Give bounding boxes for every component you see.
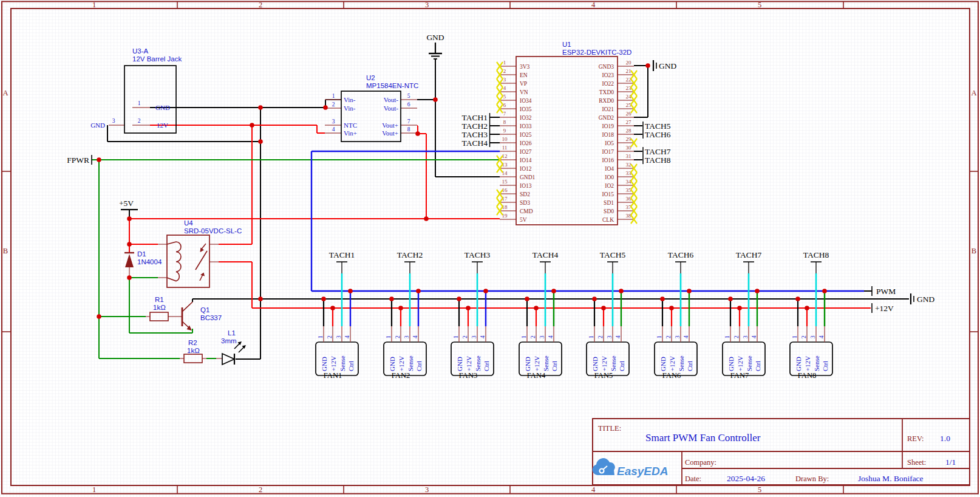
junction-dot [97,314,101,319]
gnd-label-bus[interactable]: GND [917,295,934,304]
u1-value: ESP32-DEVKITC-32D [562,49,631,56]
drawn-by-value: Joshua M. Boniface [858,474,924,483]
gnd-label-mcu[interactable]: GND [659,61,676,70]
junction-dot [321,296,326,301]
fan-pin-name: GND [456,357,463,371]
zone-col-label: 3 [425,485,429,494]
junction-dot [534,306,539,310]
fan-pin-number: 1 [386,335,392,338]
r1-ref: R1 [155,296,164,303]
sheet-value: 1/1 [945,458,956,467]
fan-tach-label: TACH5 [600,250,626,259]
fan-pin-number: 3 [336,335,342,338]
u1-pin-name: VP [520,81,527,87]
u1-pin-number: 22 [626,77,631,83]
fan-pin-name: Ctrl [347,361,355,371]
junction-dot [424,216,429,221]
u1-pin-name: GND1 [520,174,536,180]
fan-pin-number: 4 [412,335,418,338]
u1-pin-name: CMD [520,208,533,214]
fan-pin-name: GND [795,357,802,371]
l1-ref: L1 [228,329,236,337]
u1-pin-number: 2 [503,68,506,74]
fan-pin-name: +12V [804,356,811,371]
junction-dot [737,306,742,310]
fan-pin-name: GND [727,357,735,371]
u1-pin-name: IO22 [602,81,614,87]
u2-pin-name: Vout+ [382,129,398,137]
u3-pin-number: 1 [138,100,141,106]
fan-pin-name: GND [389,357,396,371]
u2-pin-number: 3 [332,118,335,125]
u1-pin-name: IO0 [605,174,614,180]
fan-pin-number: 4 [751,335,757,338]
u2-pin-name: Vin- [344,96,356,103]
u1-pin-name: IO23 [602,72,614,78]
r2-ref: R2 [188,339,197,346]
u3-pin-name: GND [155,104,170,111]
fan-pin-number: 2 [462,335,468,338]
fan-pin-number: 4 [480,335,486,338]
title-block: TITLE: Smart PWM Fan Controller REV: 1.0… [593,419,970,485]
fan-pin-name: Sense [542,355,550,371]
net-label-pwm[interactable]: PWM [876,287,896,296]
u3-pin-number: 2 [138,118,141,124]
fan-pin-number: 3 [404,335,410,338]
fan-pin-name: GND [659,357,667,371]
fan-pin-number: 2 [395,335,401,338]
u2-pin-name: NTC [344,122,357,129]
title-label: TITLE: [598,424,621,433]
junction-dot [389,296,394,301]
u1-ref: U1 [562,41,571,48]
power-label-5v[interactable]: +5V [119,199,134,208]
fan-pin-number: 2 [597,335,604,338]
zone-col-label: 4 [591,485,596,494]
u1-pin-name: IO21 [602,106,614,112]
schematic-sheet: 1122334455AABB U3-A 12V Barrel Jack U2 M… [0,0,980,497]
u1-pin-number: 28 [626,128,632,134]
u1-pin-name: SD0 [604,208,614,214]
u3-ref: U3-A [132,47,149,55]
gnd-label-top[interactable]: GND [426,33,444,42]
net-label-tach: TACH3 [462,130,488,139]
net-label-gnd-jack[interactable]: GND [90,122,105,129]
fan-label: FAN7 [730,371,749,380]
fan-pin-number: 1 [318,335,324,338]
fan-pin-name: Ctrl [686,361,693,371]
u1-pin-name: 3V3 [520,64,530,70]
d1-value: 1N4004 [137,258,162,266]
junction-dot [669,306,674,310]
u1-pin-name: 5V [520,217,527,223]
u3-value: 12V Barrel Jack [132,55,182,63]
fan-pin-name: Ctrl [415,361,423,371]
u2-value: MP1584EN-NTC [366,82,418,89]
zone-col-label: 1 [92,1,96,9]
u1-pin-number: 11 [502,145,508,151]
u2-pin-number: 5 [407,93,410,99]
zone-col-label: 3 [425,1,429,9]
fan-pin-name: +12V [330,356,337,371]
u1-pin-name: RXD0 [599,98,614,104]
fan-pin-number: 1 [588,335,594,338]
junction-dot [660,296,665,301]
zone-col-label: 4 [591,1,596,9]
fan-pin-number: 3 [471,335,477,338]
fan-pin-name: +12V [533,356,540,371]
u4-ref: U4 [184,219,193,227]
fan-pin-name: +12V [465,356,472,371]
u1-pin-number: 32 [626,162,631,168]
fan-pin-number: 4 [615,335,621,338]
u1-pin-name: IO5 [605,140,614,146]
net-label-12v[interactable]: +12V [875,304,894,313]
u2-pin-name: Vin+ [344,129,357,137]
u4-value: SRD-05VDC-SL-C [184,227,242,235]
junction-dot [645,63,650,68]
fan-pin-name: +12V [601,356,608,371]
u1-pin-name: IO14 [520,157,532,163]
zone-row-label: B [971,247,976,255]
junction-dot [592,296,597,301]
zone-row-label: A [2,89,8,97]
u3-pin-number: 3 [112,118,115,124]
net-label-fpwr[interactable]: FPWR [67,156,89,165]
u1-pin-number: 27 [626,119,632,125]
